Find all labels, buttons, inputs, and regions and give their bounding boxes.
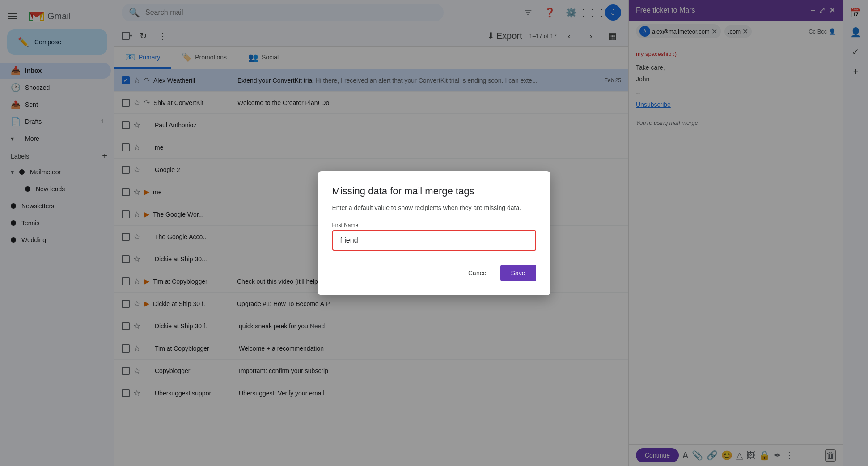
first-name-input[interactable] (332, 230, 536, 251)
modal-description: Enter a default value to show recipients… (332, 204, 536, 211)
modal-field: First Name (332, 222, 536, 251)
field-label: First Name (332, 222, 536, 228)
modal-overlay: Missing data for mail merge tags Enter a… (0, 0, 868, 466)
modal-dialog: Missing data for mail merge tags Enter a… (318, 171, 550, 295)
cancel-button[interactable]: Cancel (461, 266, 495, 280)
modal-actions: Cancel Save (332, 265, 536, 281)
save-button[interactable]: Save (500, 265, 536, 281)
modal-title: Missing data for mail merge tags (332, 185, 536, 197)
